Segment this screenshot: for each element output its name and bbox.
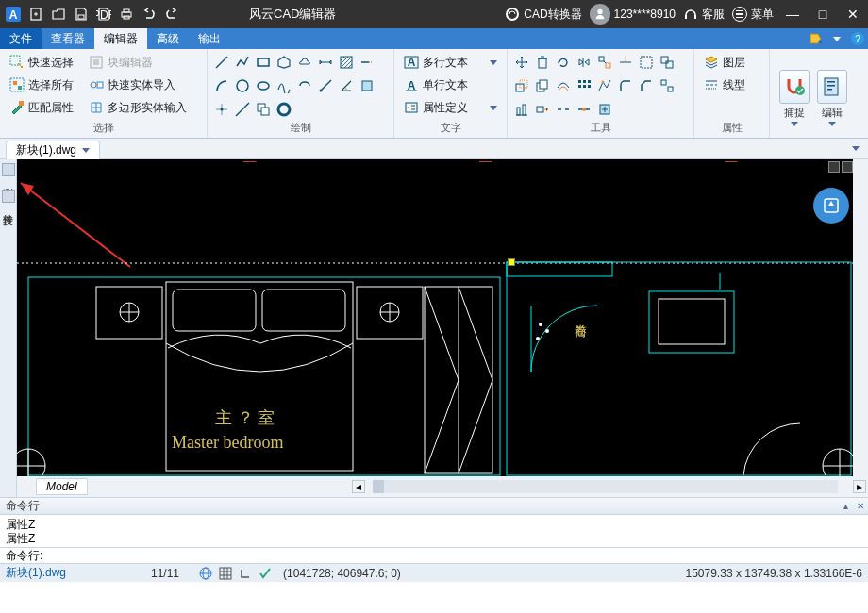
polyline-icon[interactable]: [234, 54, 251, 71]
align-icon[interactable]: [513, 101, 530, 118]
hatch-icon[interactable]: [338, 54, 355, 71]
tab-advanced[interactable]: 高级: [147, 28, 189, 49]
extend-icon[interactable]: [359, 54, 376, 71]
fillet-icon[interactable]: [617, 77, 634, 94]
selection-handle[interactable]: [508, 258, 515, 266]
polygon-icon[interactable]: [275, 54, 292, 71]
ellipse-icon[interactable]: [255, 77, 272, 94]
attdef-button[interactable]: 属性定义: [400, 96, 501, 119]
stretch-icon[interactable]: [534, 101, 551, 118]
palette-icon-mid[interactable]: [2, 190, 15, 203]
mirror-icon[interactable]: [576, 54, 593, 71]
block-insert-icon[interactable]: [596, 101, 613, 118]
user-button[interactable]: 123****8910: [590, 4, 676, 25]
status-check-icon[interactable]: [258, 566, 272, 580]
edit-button[interactable]: 编辑: [813, 55, 851, 138]
panel-text: A多行文本 A单行文本 属性定义 文字: [394, 49, 508, 138]
copy-icon[interactable]: [534, 77, 551, 94]
tab-output[interactable]: 输出: [189, 28, 230, 49]
match-props-button[interactable]: 匹配属性: [6, 96, 77, 119]
layer-button[interactable]: 图层: [700, 51, 763, 74]
group-icon[interactable]: [659, 54, 676, 71]
point-icon[interactable]: [213, 101, 230, 118]
delete-icon[interactable]: [534, 54, 551, 71]
scroll-left-icon[interactable]: ◂: [352, 480, 365, 493]
mtext-button[interactable]: A多行文本: [400, 51, 501, 74]
break-icon[interactable]: [555, 101, 572, 118]
print-icon[interactable]: [115, 3, 138, 25]
status-ortho-icon[interactable]: [238, 566, 252, 580]
quick-insert-button[interactable]: 快速实体导入: [85, 74, 191, 96]
svg-point-123: [823, 449, 853, 476]
doc-tab[interactable]: 新块(1).dwg: [6, 141, 100, 159]
xline-icon[interactable]: [234, 101, 251, 118]
menu-button[interactable]: 菜单: [732, 7, 774, 23]
model-tab[interactable]: Model: [36, 478, 88, 495]
doctab-corner-icon[interactable]: [847, 141, 864, 157]
area-select-icon[interactable]: [638, 54, 655, 71]
line-icon[interactable]: [213, 54, 230, 71]
wipeout-icon[interactable]: [255, 101, 272, 118]
circle-icon[interactable]: [234, 77, 251, 94]
chamfer-icon[interactable]: [638, 77, 655, 94]
cmd-close-icon[interactable]: ✕: [853, 500, 868, 513]
trim-icon[interactable]: [617, 54, 634, 71]
new-icon[interactable]: [25, 3, 47, 25]
maximize-button[interactable]: □: [811, 2, 834, 26]
status-globe-icon[interactable]: [198, 566, 212, 580]
drawing-canvas[interactable]: –– –– –– 主 ？ 室 Master bedroom 卷筒 Model ◂…: [17, 159, 868, 497]
command-input[interactable]: [46, 549, 868, 563]
quick-select-icon: [9, 55, 25, 70]
close-button[interactable]: ✕: [842, 2, 864, 26]
cloud-icon[interactable]: [296, 54, 313, 71]
explode-icon[interactable]: [596, 54, 613, 71]
rotate-icon[interactable]: [555, 54, 572, 71]
spline-icon[interactable]: [275, 77, 292, 94]
scroll-right-icon[interactable]: ▸: [853, 480, 866, 493]
donut-icon[interactable]: [275, 101, 292, 118]
join-icon[interactable]: [576, 101, 593, 118]
redo-icon[interactable]: [160, 3, 183, 25]
ray-icon[interactable]: [317, 77, 334, 94]
elliparc-icon[interactable]: [296, 77, 313, 94]
move-icon[interactable]: [513, 54, 530, 71]
array-icon[interactable]: [576, 77, 593, 94]
tab-editor[interactable]: 编辑器: [94, 28, 147, 49]
arc-icon[interactable]: [213, 77, 230, 94]
open-icon[interactable]: [47, 3, 70, 25]
vertical-scrollbar[interactable]: [853, 159, 868, 476]
snap-button[interactable]: 捕捉: [776, 55, 813, 138]
tab-viewer[interactable]: 查看器: [42, 28, 94, 49]
support-button[interactable]: 客服: [683, 7, 725, 23]
svg-text:––: ––: [243, 159, 257, 168]
angle-icon[interactable]: [338, 77, 355, 94]
linetype-button[interactable]: 线型: [700, 74, 763, 96]
converter-button[interactable]: CAD转换器: [505, 7, 581, 23]
help-button[interactable]: ?: [847, 28, 868, 49]
rect-icon[interactable]: [255, 54, 272, 71]
saveas-icon[interactable]: PDF: [92, 3, 115, 25]
ungroup-icon[interactable]: [659, 77, 676, 94]
status-grid-icon[interactable]: [218, 566, 232, 580]
svg-rect-39: [261, 108, 269, 115]
ribbon-dropdown-icon[interactable]: [826, 28, 847, 49]
cmd-collapse-icon[interactable]: ▴: [838, 500, 853, 513]
quick-select-button[interactable]: 快速选择: [6, 51, 77, 74]
select-all-button[interactable]: 选择所有: [6, 74, 77, 96]
scale-icon[interactable]: [513, 77, 530, 94]
save-icon[interactable]: [70, 3, 92, 25]
horizontal-scrollbar[interactable]: [373, 480, 838, 493]
app-icon[interactable]: A: [2, 3, 25, 25]
offset-icon[interactable]: [555, 77, 572, 94]
dimension-icon[interactable]: [317, 54, 334, 71]
block-editor-button[interactable]: 块编辑器: [85, 51, 191, 74]
edit-poly-icon[interactable]: [596, 77, 613, 94]
region-icon[interactable]: [359, 77, 376, 94]
tab-file[interactable]: 文件: [0, 28, 42, 49]
undo-icon[interactable]: [138, 3, 160, 25]
stext-button[interactable]: A单行文本: [400, 74, 501, 96]
ribbon-opts-icon[interactable]: [806, 28, 826, 49]
palette-icon-top[interactable]: [2, 163, 15, 176]
poly-insert-button[interactable]: 多边形实体输入: [85, 96, 191, 119]
minimize-button[interactable]: —: [781, 2, 804, 26]
